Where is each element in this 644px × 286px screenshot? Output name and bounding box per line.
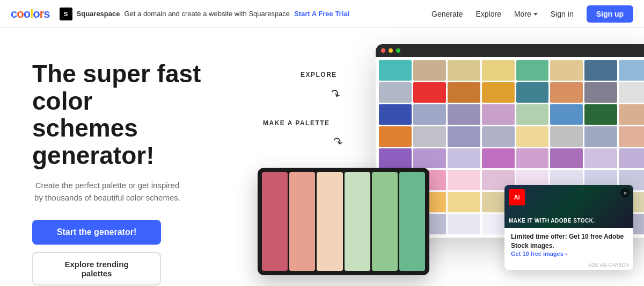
color-cell	[379, 104, 412, 125]
mockup-titlebar	[376, 44, 644, 57]
palette-strip	[289, 172, 315, 271]
hero-subtitle: Create the perfect palette or get inspir…	[32, 180, 182, 204]
arrow-palette-icon: ↷	[331, 134, 345, 151]
color-cell	[379, 126, 412, 147]
squarespace-icon: S	[60, 8, 72, 20]
color-cell	[550, 82, 583, 103]
color-cell	[413, 104, 446, 125]
color-cell	[482, 60, 515, 81]
palette-strip	[399, 172, 425, 271]
color-cell	[379, 60, 412, 81]
generate-link[interactable]: Generate	[431, 10, 463, 18]
chevron-down-icon	[533, 13, 538, 16]
palette-strip	[317, 172, 342, 271]
color-cell	[516, 148, 549, 169]
adobe-logo: Ai	[509, 189, 525, 205]
color-cell	[619, 60, 644, 81]
color-cell	[482, 82, 515, 103]
signup-button[interactable]: Sign up	[587, 5, 633, 23]
ad-via-carbon: ADS VIA CARBON	[504, 261, 633, 270]
nav-right: Generate Explore More Sign in Sign up	[431, 5, 633, 23]
signin-button[interactable]: Sign in	[551, 10, 574, 18]
color-cell	[516, 60, 549, 81]
dot-yellow	[389, 48, 393, 53]
dot-green	[396, 48, 400, 53]
color-cell	[584, 148, 617, 169]
ad-popup-image: Ai MAKE IT WITH ADOBE STOCK.	[504, 185, 633, 228]
annotation-make-palette: MAKE A PALETTE	[263, 119, 330, 127]
start-generator-button[interactable]: Start the generator!	[32, 220, 161, 245]
color-cell	[584, 126, 617, 147]
color-cell	[413, 148, 446, 169]
color-cell	[448, 126, 480, 147]
palette-strip	[372, 172, 398, 271]
color-cell	[448, 104, 480, 125]
tablet-palette	[258, 168, 429, 275]
color-cell	[413, 126, 446, 147]
color-cell	[516, 104, 549, 125]
color-cell	[550, 126, 583, 147]
palette-strip	[345, 172, 370, 271]
color-cell	[448, 82, 480, 103]
color-cell	[448, 170, 480, 190]
color-cell	[413, 60, 446, 81]
color-cell	[413, 82, 446, 103]
tablet-mockup	[258, 168, 429, 275]
color-cell	[550, 104, 583, 125]
ad-popup-make-text: MAKE IT WITH ADOBE STOCK.	[509, 218, 595, 224]
arrow-explore-icon: ↷	[327, 85, 343, 103]
color-cell	[619, 82, 644, 103]
explore-palettes-button[interactable]: Explore trending palettes	[32, 252, 161, 285]
ad-popup-body: Limited time offer: Get 10 free Adobe St…	[504, 228, 633, 261]
annotation-explore: EXPLORE	[301, 71, 337, 78]
hero-section: The super fast color schemes generator! …	[0, 28, 225, 286]
color-cell	[448, 148, 480, 169]
palette-strip	[262, 172, 288, 271]
hero-visual: EXPLORE ↷ MAKE A PALETTE ↷ Ai	[225, 28, 644, 286]
color-cell	[482, 126, 515, 147]
ad-brand: Squarespace	[77, 10, 120, 18]
ad-banner: S Squarespace Get a domain and create a …	[60, 8, 432, 20]
navbar: coolors S Squarespace Get a domain and c…	[0, 0, 644, 28]
color-cell	[619, 104, 644, 125]
color-cell	[550, 60, 583, 81]
dot-red	[381, 48, 385, 53]
color-cell	[550, 148, 583, 169]
ad-popup-title: Limited time offer: Get 10 free Adobe St…	[511, 232, 627, 251]
color-cell	[448, 60, 480, 81]
ad-popup: Ai MAKE IT WITH ADOBE STOCK. × Limited t…	[504, 185, 633, 270]
color-cell	[619, 148, 644, 169]
color-cell	[482, 148, 515, 169]
color-cell	[379, 148, 412, 169]
color-cell	[482, 104, 515, 125]
color-cell	[516, 82, 549, 103]
color-cell	[584, 104, 617, 125]
more-dropdown[interactable]: More	[514, 10, 538, 18]
ad-description: Get a domain and create a website with S…	[124, 10, 290, 18]
ad-cta-link[interactable]: Start A Free Trial	[294, 10, 349, 18]
color-cell	[516, 126, 549, 147]
explore-link[interactable]: Explore	[475, 10, 501, 18]
ad-popup-link[interactable]: Get 10 free images ›	[511, 251, 627, 257]
color-cell	[619, 126, 644, 147]
color-cell	[584, 82, 617, 103]
color-cell	[448, 192, 480, 212]
logo[interactable]: coolors	[11, 7, 50, 21]
main-content: The super fast color schemes generator! …	[0, 28, 644, 286]
color-cell	[584, 60, 617, 81]
color-cell	[379, 82, 412, 103]
hero-title: The super fast color schemes generator!	[32, 60, 204, 169]
color-cell	[448, 214, 480, 234]
